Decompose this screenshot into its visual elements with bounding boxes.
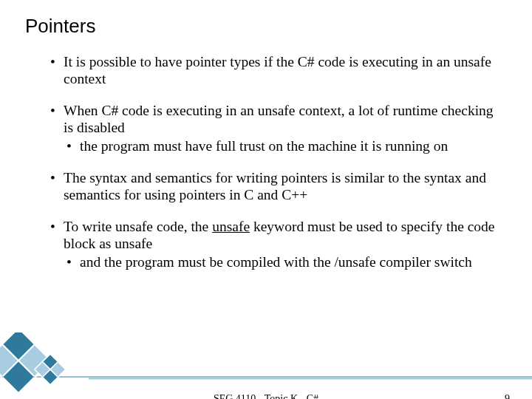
- bullet-text-underline: unsafe: [212, 219, 250, 234]
- bullet-item: • The syntax and semantics for writing p…: [50, 169, 502, 203]
- svg-line-12: [43, 362, 58, 377]
- bullet-dot-icon: •: [50, 53, 64, 87]
- bullet-text: When C# code is executing in an unsafe c…: [64, 102, 502, 136]
- bullet-item: • When C# code is executing in an unsafe…: [50, 102, 502, 154]
- bullet-text: To write unsafe code, the unsafe keyword…: [64, 218, 502, 252]
- bullet-dot-icon: •: [66, 137, 80, 154]
- svg-rect-4: [3, 361, 34, 392]
- svg-rect-9: [43, 355, 58, 369]
- sub-bullet-text: the program must have full trust on the …: [80, 137, 502, 154]
- svg-rect-10: [43, 369, 58, 384]
- svg-rect-8: [35, 355, 65, 384]
- bullet-text-pre: To write unsafe code, the: [64, 219, 212, 234]
- svg-line-13: [43, 362, 58, 377]
- svg-rect-5: [0, 332, 52, 394]
- svg-rect-3: [3, 332, 34, 361]
- bullet-dot-icon: •: [50, 169, 64, 203]
- svg-line-7: [3, 345, 34, 376]
- corner-ornament-icon: [0, 332, 532, 399]
- bullet-text: The syntax and semantics for writing poi…: [64, 169, 502, 203]
- sub-bullet-text: and the program must be compiled with th…: [80, 253, 502, 270]
- sub-bullet-item: • and the program must be compiled with …: [66, 253, 502, 270]
- svg-rect-11: [35, 354, 66, 385]
- footer-text: SEG 4110 - Topic K - C#: [0, 393, 532, 399]
- slide-body: • It is possible to have pointer types i…: [50, 53, 502, 270]
- sub-bullet-item: • the program must have full trust on th…: [66, 137, 502, 154]
- page-number: 9: [505, 393, 510, 399]
- svg-line-6: [3, 345, 34, 376]
- bullet-item: • To write unsafe code, the unsafe keywo…: [50, 218, 502, 270]
- bullet-dot-icon: •: [50, 102, 64, 136]
- svg-rect-2: [0, 332, 50, 392]
- bullet-dot-icon: •: [50, 218, 64, 252]
- bullet-text: It is possible to have pointer types if …: [64, 53, 502, 87]
- bullet-dot-icon: •: [66, 253, 80, 270]
- slide: Pointers • It is possible to have pointe…: [0, 0, 532, 399]
- slide-title: Pointers: [25, 15, 95, 38]
- bullet-item: • It is possible to have pointer types i…: [50, 53, 502, 87]
